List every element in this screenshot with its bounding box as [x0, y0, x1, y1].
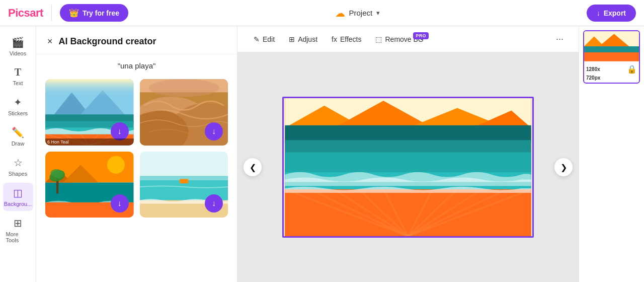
header-divider [51, 5, 52, 21]
dimension-label: 1280x [586, 66, 600, 72]
close-icon: × [47, 36, 53, 46]
background-icon: ◫ [13, 187, 23, 199]
stickers-label: Stickers [8, 110, 28, 116]
canvas-wrapper: ❮ [237, 52, 579, 282]
sidebar-item-videos[interactable]: 🎬 Videos [3, 32, 33, 60]
canvas-toolbar: ✎ Edit ⊞ Adjust fx Effects ⬚ Remove BG P… [237, 26, 579, 52]
header-right: ↓ Export [587, 5, 636, 22]
more-options-button[interactable]: ··· [551, 31, 569, 47]
logo-text: Picsart [8, 7, 43, 20]
panel-image-grid: ↓ 6 Hon Teal [36, 74, 237, 223]
project-label: Project [349, 9, 373, 17]
more-tools-icon: ⊞ [14, 217, 22, 229]
panel-close-button[interactable]: × [46, 35, 54, 48]
sidebar-item-draw[interactable]: ✏️ Draw [3, 122, 33, 151]
svg-rect-33 [179, 179, 188, 183]
main-canvas-image [284, 98, 532, 236]
header: Picsart 👑 Try for free ☁ Project ▾ ↓ Exp… [0, 0, 644, 26]
adjust-label: Adjust [298, 35, 317, 43]
chevron-down-icon: ▾ [376, 9, 380, 17]
sidebar-item-background[interactable]: ◫ Backgrou... [3, 183, 33, 211]
edit-icon: ✎ [254, 35, 260, 43]
svg-rect-13 [45, 79, 134, 97]
download-button-2[interactable]: ↓ [205, 122, 223, 140]
adjust-button[interactable]: ⊞ Adjust [283, 31, 324, 47]
try-free-button[interactable]: 👑 Try for free [60, 4, 128, 22]
svg-rect-41 [285, 125, 531, 143]
project-button[interactable]: ☁ Project ▾ [335, 7, 380, 19]
svg-point-23 [107, 156, 125, 173]
more-icon: ··· [556, 34, 564, 44]
download-button-1[interactable]: ↓ [111, 122, 129, 140]
try-free-label: Try for free [83, 9, 119, 17]
right-arrow-icon: ❯ [560, 163, 567, 172]
panel-image-4[interactable]: ↓ [140, 152, 228, 218]
sidebar-item-text[interactable]: T Text [3, 62, 33, 90]
main-area: 🎬 Videos T Text ✦ Stickers ✏️ Draw ☆ Sha… [0, 26, 644, 282]
shapes-label: Shapes [9, 171, 27, 177]
videos-icon: 🎬 [12, 36, 24, 48]
canvas-nav-right[interactable]: ❯ [554, 158, 573, 176]
text-icon: T [15, 66, 21, 78]
sidebar-item-shapes[interactable]: ☆ Shapes [3, 153, 33, 181]
thumbnail-image [584, 31, 639, 61]
videos-label: Videos [10, 50, 26, 56]
pro-badge: PRO [413, 32, 428, 39]
draw-icon: ✏️ [12, 126, 24, 138]
sidebar-item-stickers[interactable]: ✦ Stickers [3, 92, 33, 120]
panel-image-1[interactable]: ↓ 6 Hon Teal [45, 79, 134, 146]
download-button-4[interactable]: ↓ [205, 194, 223, 213]
header-left: Picsart 👑 Try for free [8, 4, 128, 22]
query-text: "una playa" [118, 61, 156, 70]
download-button-3[interactable]: ↓ [111, 194, 129, 213]
remove-bg-button[interactable]: ⬚ Remove BG PRO [369, 31, 429, 47]
panel-query: "una playa" [36, 54, 237, 74]
cloud-icon: ☁ [335, 7, 345, 19]
canvas-frame [282, 97, 534, 238]
picsart-logo: Picsart [8, 7, 43, 20]
effects-icon: fx [332, 35, 337, 43]
header-center: ☁ Project ▾ [335, 7, 380, 19]
adjust-icon: ⊞ [289, 35, 295, 43]
left-arrow-icon: ❮ [250, 163, 256, 172]
draw-label: Draw [12, 140, 25, 147]
svg-rect-45 [285, 189, 531, 236]
svg-point-19 [148, 79, 219, 97]
edit-button[interactable]: ✎ Edit [248, 31, 281, 47]
ai-background-panel: × AI Background creator "una playa" [36, 26, 237, 282]
lock-icon: 🔒 [627, 64, 637, 74]
sidebar-icons: 🎬 Videos T Text ✦ Stickers ✏️ Draw ☆ Sha… [0, 26, 36, 282]
sidebar-item-more-tools[interactable]: ⊞ More Tools [3, 213, 33, 247]
effects-button[interactable]: fx Effects [326, 31, 367, 47]
svg-rect-30 [140, 152, 228, 178]
export-label: Export [604, 9, 626, 17]
export-button[interactable]: ↓ Export [587, 5, 636, 22]
background-label: Backgrou... [4, 201, 32, 207]
remove-bg-icon: ⬚ [375, 35, 382, 43]
dimension-label2: 720px [584, 75, 639, 83]
edit-label: Edit [263, 35, 275, 43]
text-label: Text [13, 80, 23, 86]
svg-rect-60 [584, 52, 639, 61]
crown-icon: 👑 [69, 8, 79, 18]
panel-image-3[interactable]: ↓ [45, 152, 134, 218]
panel-image-2[interactable]: ↓ [140, 79, 228, 146]
stickers-icon: ✦ [14, 96, 22, 108]
more-tools-label: More Tools [6, 231, 30, 243]
shapes-icon: ☆ [14, 157, 23, 169]
image-label-1: 6 Hon Teal [45, 138, 134, 146]
panel-header: × AI Background creator [36, 26, 237, 54]
export-icon: ↓ [597, 9, 600, 17]
canvas-nav-left[interactable]: ❮ [244, 158, 262, 176]
thumbnail-info: 1280x 🔒 [584, 63, 639, 75]
effects-label: Effects [340, 35, 362, 43]
thumbnail-item-1[interactable]: 1280x 🔒 720px [583, 30, 640, 84]
canvas-area: ✎ Edit ⊞ Adjust fx Effects ⬚ Remove BG P… [237, 26, 579, 282]
right-panel: 1280x 🔒 720px [579, 26, 644, 282]
panel-title: AI Background creator [59, 36, 156, 47]
